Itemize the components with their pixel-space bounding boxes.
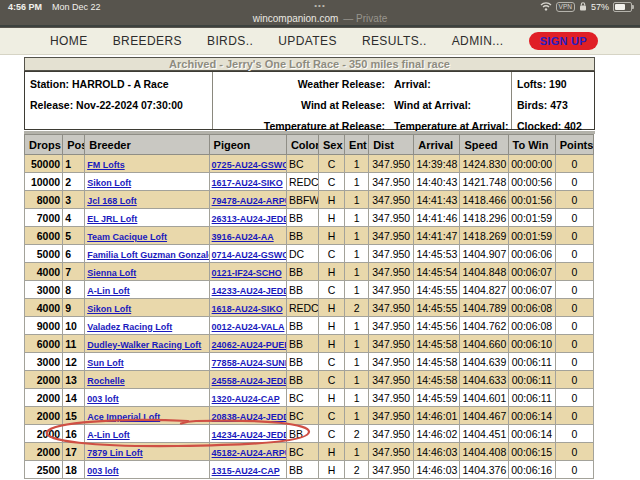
pigeon-link[interactable]: 45182-AU24-ARPU bbox=[212, 448, 287, 458]
cell-drops: 8000 bbox=[25, 191, 63, 209]
cell-breeder: Familia Loft Guzman Gonzalez bbox=[85, 245, 209, 263]
pigeon-link[interactable]: 0714-AU24-GSWC bbox=[212, 250, 287, 260]
date: Mon Dec 22 bbox=[52, 2, 101, 12]
breeder-link[interactable]: Dudley-Walker Racing Loft bbox=[87, 340, 201, 350]
birds-count: Birds: 473 bbox=[517, 96, 594, 117]
nav-item-admin[interactable]: ADMIN... bbox=[452, 34, 504, 48]
cell-pos: 8 bbox=[63, 281, 85, 299]
pigeon-link[interactable]: 77858-AU24-SUNL bbox=[212, 358, 287, 368]
breeder-link[interactable]: FM Lofts bbox=[87, 160, 125, 170]
breeder-link[interactable]: 003 loft bbox=[87, 466, 119, 476]
cell-dist: 347.950 bbox=[369, 227, 414, 245]
cell-drops: 6000 bbox=[25, 227, 63, 245]
cell-points: 0 bbox=[555, 335, 593, 353]
breeder-link[interactable]: Rochelle bbox=[87, 376, 125, 386]
vpn-badge: VPN bbox=[556, 2, 575, 12]
cell-sex: C bbox=[318, 173, 344, 191]
cell-dist: 347.950 bbox=[369, 317, 414, 335]
cell-pos: 4 bbox=[63, 209, 85, 227]
breeder-link[interactable]: 003 loft bbox=[87, 394, 119, 404]
cell-pigeon: 1618-AU24-SIKO bbox=[209, 299, 286, 317]
breeder-link[interactable]: Sienna Loft bbox=[87, 268, 136, 278]
cell-color: BB bbox=[286, 425, 318, 443]
pigeon-link[interactable]: 0012-AU24-VALA bbox=[212, 322, 285, 332]
pigeon-link[interactable]: 14233-AU24-JEDD bbox=[212, 286, 287, 296]
cell-dist: 347.950 bbox=[369, 425, 414, 443]
nav-item-home[interactable]: HOME bbox=[50, 34, 88, 48]
cell-ent: 1 bbox=[345, 335, 369, 353]
cell-sex: H bbox=[318, 317, 344, 335]
pigeon-link[interactable]: 1617-AU24-SIKO bbox=[212, 178, 283, 188]
nav-item-breeders[interactable]: BREEDERS bbox=[113, 34, 182, 48]
pigeon-link[interactable]: 79478-AU24-ARPU bbox=[212, 196, 287, 206]
cell-points: 0 bbox=[555, 263, 593, 281]
cell-drops: 5000 bbox=[25, 245, 63, 263]
pigeon-link[interactable]: 26313-AU24-JEDD bbox=[212, 214, 287, 224]
breeder-link[interactable]: Team Cacique Loft bbox=[87, 232, 167, 242]
cell-towin: 00:01:59 bbox=[508, 227, 555, 245]
cell-breeder: Sienna Loft bbox=[85, 263, 209, 281]
breeder-link[interactable]: A-Lin Loft bbox=[87, 430, 129, 440]
breeder-link[interactable]: Familia Loft Guzman Gonzalez bbox=[87, 250, 209, 260]
cell-pigeon: 14234-AU24-JEDD bbox=[209, 425, 286, 443]
cell-drops: 7000 bbox=[25, 209, 63, 227]
cell-dist: 347.950 bbox=[369, 371, 414, 389]
pigeon-link[interactable]: 24558-AU24-JEDD bbox=[212, 376, 287, 386]
cell-pos: 2 bbox=[63, 173, 85, 191]
nav-item-birds[interactable]: BIRDS.. bbox=[207, 34, 253, 48]
cell-speed: 1404.601 bbox=[460, 389, 508, 407]
breeder-link[interactable]: Jcl 168 Loft bbox=[87, 196, 137, 206]
breeder-link[interactable]: Valadez Racing Loft bbox=[87, 322, 172, 332]
cell-pos: 10 bbox=[63, 317, 85, 335]
pigeon-link[interactable]: 0725-AU24-GSWC bbox=[212, 160, 287, 170]
cell-arrival: 14:45:53 bbox=[414, 245, 460, 263]
nav-item-updates[interactable]: UPDATES bbox=[278, 34, 337, 48]
private-mode-label: — Private bbox=[343, 13, 387, 24]
pigeon-link[interactable]: 1320-AU24-CAP bbox=[212, 394, 280, 404]
pigeon-link[interactable]: 20838-AU24-JEDD bbox=[212, 412, 287, 422]
cell-breeder: A-Lin Loft bbox=[85, 281, 209, 299]
cell-dist: 347.950 bbox=[369, 353, 414, 371]
pigeon-link[interactable]: 1315-AU24-CAP bbox=[212, 466, 280, 476]
cell-arrival: 14:45:59 bbox=[414, 389, 460, 407]
cell-points: 0 bbox=[555, 317, 593, 335]
cell-pigeon: 77858-AU24-SUNL bbox=[209, 353, 286, 371]
table-row: 70004EL JRL Loft26313-AU24-JEDDBBH1347.9… bbox=[25, 209, 594, 227]
nav-item-results[interactable]: RESULTS.. bbox=[362, 34, 427, 48]
cell-ent: 2 bbox=[345, 299, 369, 317]
cell-color: BB bbox=[286, 317, 318, 335]
cell-pos: 3 bbox=[63, 191, 85, 209]
wind-arrival-label: Wind at Arrival: bbox=[385, 96, 511, 117]
breeder-link[interactable]: Sun Loft bbox=[87, 358, 124, 368]
cell-drops: 2000 bbox=[25, 389, 63, 407]
cell-towin: 00:06:15 bbox=[508, 443, 555, 461]
breeder-link[interactable]: A-Lin Loft bbox=[87, 286, 129, 296]
breeder-link[interactable]: Ace Imperial Loft bbox=[87, 412, 160, 422]
cell-arrival: 14:45:58 bbox=[414, 371, 460, 389]
cell-color: BB bbox=[286, 209, 318, 227]
cell-pigeon: 79478-AU24-ARPU bbox=[209, 191, 286, 209]
breeder-link[interactable]: Sikon Loft bbox=[87, 178, 131, 188]
cell-ent: 1 bbox=[345, 443, 369, 461]
cell-points: 0 bbox=[555, 353, 593, 371]
table-row: 200016A-Lin Loft14234-AU24-JEDDBBC2347.9… bbox=[25, 425, 594, 443]
breeder-link[interactable]: 7879 Lin Loft bbox=[87, 448, 143, 458]
cell-pos: 12 bbox=[63, 353, 85, 371]
pigeon-link[interactable]: 24062-AU24-PUEB bbox=[212, 340, 287, 350]
pigeon-link[interactable]: 14234-AU24-JEDD bbox=[212, 430, 287, 440]
breeder-link[interactable]: EL JRL Loft bbox=[87, 214, 137, 224]
cell-breeder: 003 loft bbox=[85, 389, 209, 407]
cell-towin: 00:06:08 bbox=[508, 299, 555, 317]
cell-drops: 3000 bbox=[25, 281, 63, 299]
pigeon-link[interactable]: 0121-IF24-SCHO bbox=[212, 268, 282, 278]
sign-up-button[interactable]: SIGN UP bbox=[529, 32, 598, 50]
cell-ent: 1 bbox=[345, 191, 369, 209]
cell-breeder: FM Lofts bbox=[85, 155, 209, 173]
col-header-sex: Sex bbox=[318, 135, 344, 155]
pigeon-link[interactable]: 3916-AU24-AA bbox=[212, 232, 274, 242]
breeder-link[interactable]: Sikon Loft bbox=[87, 304, 131, 314]
address-bar[interactable]: wincompanion.com — Private bbox=[0, 12, 640, 27]
col-header-color: Color bbox=[286, 135, 318, 155]
clock: 4:56 PM bbox=[8, 2, 42, 12]
pigeon-link[interactable]: 1618-AU24-SIKO bbox=[212, 304, 283, 314]
